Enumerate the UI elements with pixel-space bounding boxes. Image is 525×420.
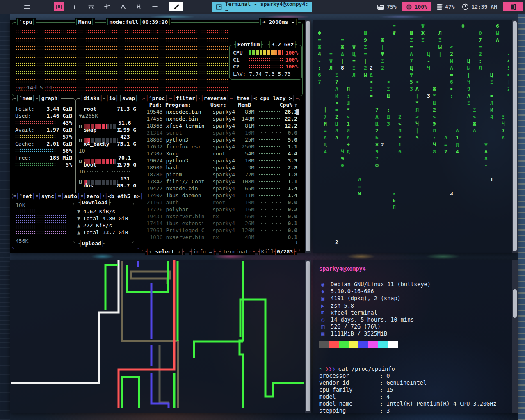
refresh-interval-control[interactable]: ┤+ 2000ms -├ <box>259 18 298 25</box>
cpu-graph-row <box>16 37 229 42</box>
process-row[interactable]: 18780picomsparky422M1.8 <box>144 171 297 178</box>
bpytop-scrollbar[interactable] <box>305 20 311 253</box>
process-row[interactable]: 21163authroot10M0.0 <box>144 199 297 206</box>
disks-swap-tab[interactable]: ┤swap├ <box>119 95 139 102</box>
focused-window-tab[interactable]: Terminal - sparky4@xompy4: ~ <box>212 2 312 12</box>
cpuinfo-row: model: 4 <box>319 393 390 400</box>
proc-scroll-down-arrow[interactable]: ↓ <box>295 238 298 245</box>
mem-meter <box>15 121 56 125</box>
proc-sort-selector[interactable]: ┤< cpu lazy >├ <box>250 95 296 102</box>
process-row[interactable]: 17842file:// Contsparky4108M1.1 <box>144 178 297 185</box>
process-row[interactable]: 18900bashsparky43M2.8 <box>144 164 297 171</box>
process-row[interactable]: 17632firefox-esrsparky4256M1.1 <box>144 143 297 150</box>
power-exit-module[interactable] <box>503 2 523 11</box>
mem-stat-row: Avail:1.97 GiB <box>15 126 72 133</box>
memory-usage-value: 47% <box>445 4 454 10</box>
memory-graph-tab[interactable]: ┤graph├ <box>38 95 61 102</box>
launcher-button[interactable] <box>169 2 183 11</box>
process-row[interactable]: 17307Xorgroot54M4.4 <box>144 150 297 157</box>
menu-button[interactable]: ┤Menu├ <box>75 18 95 25</box>
matrix-glyph: - <box>386 100 391 106</box>
workspace-3[interactable] <box>38 2 48 11</box>
workspace-7[interactable] <box>102 2 112 11</box>
matrix-glyph: Ц <box>374 121 380 127</box>
workspace-8[interactable] <box>118 2 128 11</box>
net-auto-tab[interactable]: ┤auto├ <box>61 193 81 200</box>
proc-scrollbar-thumb[interactable] <box>296 109 299 115</box>
matrix-glyph: | <box>414 128 420 134</box>
matrix-glyph: | <box>363 58 368 64</box>
matrix-glyph: < <box>397 121 403 127</box>
palette-swatch <box>319 341 329 348</box>
pipes-scrollbar-thumb[interactable] <box>306 261 310 411</box>
memory-usage-module[interactable]: 47% <box>435 2 456 11</box>
cpu-usage-module[interactable]: 100% <box>402 2 431 11</box>
prompt-chevron-icon: ❯ <box>332 365 335 372</box>
workspace-5[interactable] <box>70 2 80 11</box>
workspace-1[interactable] <box>6 2 16 11</box>
process-row[interactable]: 19543nxcodec.binsparky483M28.1 <box>144 108 297 115</box>
workspace-6[interactable] <box>86 2 96 11</box>
matrix-scrollbar-thumb[interactable] <box>513 21 517 251</box>
matrix-glyph: = <box>363 51 368 57</box>
process-row[interactable]: 1036nxserver.binnx48M0.1 <box>144 234 297 241</box>
neofetch-entry: ◷14 days, 5 hours, 10 mins <box>319 316 414 323</box>
matrix-glyph: Ψ <box>391 30 397 36</box>
os-icon: ◉ <box>319 281 326 288</box>
matrix-glyph: - <box>506 51 509 57</box>
matrix-glyph: Я <box>414 107 420 113</box>
disk-usage-module[interactable]: 75% <box>376 2 398 11</box>
process-row[interactable]: 19431nxserver.binnx56M0.0 <box>144 213 297 220</box>
matrix-glyph: = <box>351 58 357 64</box>
process-row[interactable]: 21314scrotsparky410M0.0 <box>144 129 297 136</box>
disk-usage-value: 75% <box>387 4 396 10</box>
matrix-glyph: Ψ <box>420 23 426 29</box>
matrix-scrollbar[interactable] <box>512 20 518 253</box>
matrix-glyph: Ш <box>409 30 414 36</box>
matrix-glyph: Ч <box>466 79 472 85</box>
typed-command[interactable]: cat /proc/cpuinfo <box>338 365 395 372</box>
matrix-glyph: Ь <box>374 135 380 141</box>
matrix-glyph: Λ <box>345 135 351 141</box>
workspace-10[interactable] <box>150 2 160 11</box>
matrix-glyph: | <box>322 107 328 113</box>
disk-name-row: dos83.7 G <box>79 182 136 189</box>
neofetch-scrollbar-thumb[interactable] <box>513 289 517 318</box>
process-row[interactable]: 19477nxnode.binsparky465M1.4 <box>144 185 297 192</box>
workspace-9[interactable] <box>134 2 144 11</box>
disk-name-row: boot1.79 G <box>79 161 136 168</box>
process-row[interactable]: 17414ibus-extensisparky426M0.1 <box>144 220 297 227</box>
process-row[interactable]: 18363xfce4-terminsparky481M12.2 <box>144 122 297 129</box>
proc-info-control[interactable]: ┤info ↵├ <box>189 248 216 255</box>
disk-name-row: root71.3 G <box>79 105 136 112</box>
proc-reverse-tab[interactable]: ┤reverse├ <box>200 95 230 102</box>
proc-select-control[interactable]: ┤↑ select ↓├ <box>145 248 185 255</box>
matrix-glyph: Φ <box>317 30 322 36</box>
net-sync-tab[interactable]: ┤sync├ <box>38 193 58 200</box>
net-graph-row <box>16 215 67 219</box>
workspace-4[interactable] <box>54 2 64 11</box>
matrix-glyph: : <box>477 58 483 64</box>
cpu-meter-c1: C1100% <box>233 56 298 63</box>
process-row[interactable]: 17455nxnode.binsparky4148M22.2 <box>144 115 297 122</box>
pipes-scrollbar[interactable] <box>305 260 311 413</box>
process-row[interactable]: 17961Privileged Csparky4120M0.0 <box>144 227 297 234</box>
process-row[interactable]: 19074python3sparky410M3.3 <box>144 157 297 164</box>
process-row[interactable]: 17726polybarsparky416M0.2 <box>144 206 297 213</box>
matrix-glyph: Ξ <box>334 72 340 78</box>
process-row[interactable]: 18869python3sparky425M5.0 <box>144 136 297 143</box>
wallpaper-building <box>0 14 10 420</box>
neofetch-entry: ◆5.10.0-16-686 <box>319 288 374 295</box>
mode-toggle[interactable]: ┤mode:full├ <box>106 18 142 25</box>
workspace-2[interactable] <box>22 2 32 11</box>
neofetch-scrollbar[interactable] <box>512 260 518 413</box>
clock-module[interactable]: 12:39 AM <box>460 2 499 11</box>
cpu-trend-dots <box>258 145 281 148</box>
matrix-glyph: Λ <box>409 51 414 57</box>
bpytop-scrollbar-thumb[interactable] <box>306 21 310 251</box>
process-row[interactable]: 17402ibus-daemonsparky411M1.4 <box>144 192 297 199</box>
proc-filter-tab[interactable]: ┤filter├ <box>172 95 199 102</box>
proc-terminate-control[interactable]: ┤Terminate├ <box>219 248 255 255</box>
palette-swatch <box>349 341 358 348</box>
disks-io-tab[interactable]: ┤io├ <box>105 95 119 102</box>
